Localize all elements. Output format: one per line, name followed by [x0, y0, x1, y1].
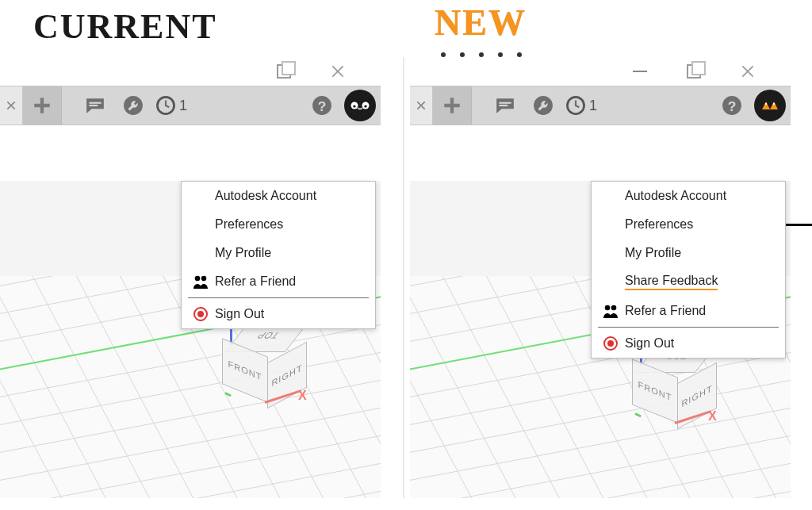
svg-point-35 [201, 276, 207, 282]
svg-text:?: ? [728, 98, 737, 114]
account-menu: Autodesk Account Preferences My Profile … [591, 181, 786, 359]
svg-rect-1 [89, 105, 98, 106]
svg-point-70 [605, 305, 611, 311]
svg-point-45 [765, 103, 767, 105]
toolbar: 1 ? [410, 86, 791, 125]
label-new: NEW [435, 2, 527, 44]
svg-rect-38 [499, 102, 511, 104]
new-tab-button[interactable] [23, 86, 62, 125]
people-icon [193, 274, 209, 290]
menu-preferences[interactable]: Preferences [182, 210, 375, 239]
svg-text:?: ? [318, 98, 327, 114]
axis-x-label: X [708, 409, 717, 424]
wrench-icon[interactable] [524, 86, 562, 125]
maximize-button[interactable] [686, 63, 702, 79]
axis-y [224, 392, 232, 397]
notification-count: 1 [179, 98, 187, 114]
toolbar: 1 ? [0, 86, 381, 125]
window-controls [410, 57, 791, 86]
label-current: CURRENT [33, 6, 217, 47]
svg-point-37 [197, 311, 204, 317]
svg-point-9 [353, 105, 355, 107]
menu-share-feedback[interactable]: Share Feedback [592, 267, 785, 297]
panel-new: 1 ? [410, 57, 791, 498]
account-menu: Autodesk Account Preferences My Profile … [181, 181, 376, 329]
account-avatar-button[interactable] [754, 90, 786, 121]
menu-sign-out[interactable]: Sign Out [592, 329, 785, 358]
window-close-button[interactable] [330, 63, 346, 79]
new-tab-button[interactable] [433, 86, 472, 125]
svg-rect-39 [499, 105, 508, 106]
notification-count: 1 [589, 98, 597, 114]
menu-autodesk-account[interactable]: Autodesk Account [182, 182, 375, 210]
menu-my-profile[interactable]: My Profile [592, 239, 785, 267]
people-icon [603, 303, 619, 319]
panel-current: 1 ? [0, 57, 381, 498]
job-status-button[interactable]: 1 [562, 86, 600, 125]
menu-my-profile[interactable]: My Profile [182, 239, 375, 267]
window-close-button[interactable] [740, 63, 756, 79]
menu-refer-friend[interactable]: Refer a Friend [182, 267, 375, 296]
menu-preferences[interactable]: Preferences [592, 210, 785, 239]
maximize-button[interactable] [276, 63, 292, 79]
axis-x-label: X [298, 389, 307, 403]
minimize-button[interactable] [632, 63, 648, 79]
svg-point-34 [195, 276, 201, 282]
svg-point-73 [607, 340, 614, 347]
axis-y [634, 412, 642, 417]
job-status-button[interactable]: 1 [152, 86, 190, 125]
menu-autodesk-account[interactable]: Autodesk Account [592, 182, 785, 210]
close-tab-button[interactable] [410, 86, 433, 125]
help-icon[interactable]: ? [713, 86, 751, 125]
window-controls [0, 57, 381, 86]
wrench-icon[interactable] [114, 86, 152, 125]
signout-icon [603, 336, 619, 351]
svg-rect-0 [89, 102, 101, 104]
menu-sign-out[interactable]: Sign Out [182, 300, 375, 328]
close-tab-button[interactable] [0, 86, 23, 125]
svg-point-46 [773, 103, 775, 105]
account-avatar-button[interactable] [344, 90, 376, 121]
help-icon[interactable]: ? [303, 86, 341, 125]
svg-point-71 [611, 305, 617, 311]
menu-refer-friend[interactable]: Refer a Friend [592, 297, 785, 325]
panel-divider [403, 57, 404, 498]
comments-icon[interactable] [76, 86, 114, 125]
comments-icon[interactable] [486, 86, 524, 125]
signout-icon [193, 306, 209, 322]
svg-point-10 [364, 105, 366, 107]
